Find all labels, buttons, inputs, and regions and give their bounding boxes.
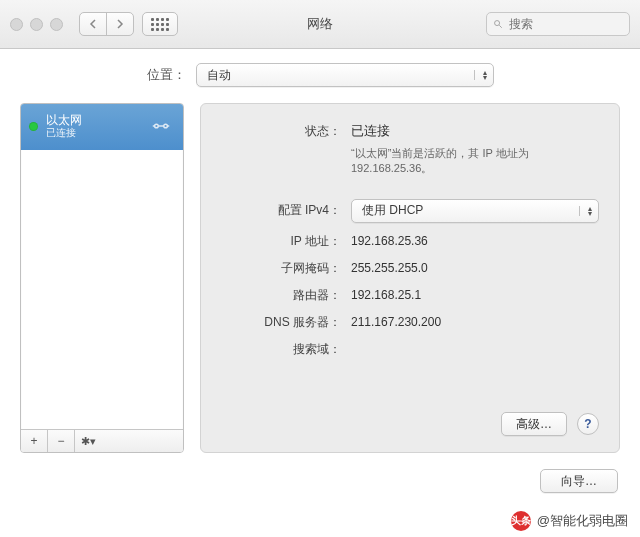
location-popup[interactable]: 自动 ▴▾ <box>196 63 494 87</box>
location-label: 位置： <box>147 66 186 84</box>
help-icon: ? <box>584 417 591 431</box>
window-controls <box>10 18 63 31</box>
location-row: 位置： 自动 ▴▾ <box>0 49 640 97</box>
ipv4-popup[interactable]: 使用 DHCP ▴▾ <box>351 199 599 223</box>
ip-row: IP 地址： 192.168.25.36 <box>221 233 599 250</box>
ipv4-value: 使用 DHCP <box>362 202 423 219</box>
updown-icon: ▴▾ <box>474 70 487 80</box>
search-input[interactable] <box>507 16 623 32</box>
close-button[interactable] <box>10 18 23 31</box>
dns-value: 211.167.230.200 <box>351 315 441 329</box>
ipv4-label: 配置 IPv4： <box>221 202 351 219</box>
gear-icon: ✱▾ <box>81 435 96 448</box>
title-bar: 网络 <box>0 0 640 49</box>
ipv4-row: 配置 IPv4： 使用 DHCP ▴▾ <box>221 199 599 223</box>
attribution-text: @智能化弱电圈 <box>537 512 628 530</box>
svg-point-3 <box>164 124 168 128</box>
detail-pane: 状态： 已连接 “以太网”当前是活跃的，其 IP 地址为 192.168.25.… <box>200 103 620 453</box>
interface-status: 已连接 <box>46 127 82 139</box>
attribution-logo: 头条 <box>511 511 531 531</box>
attribution: 头条 @智能化弱电圈 <box>511 511 628 531</box>
status-value: 已连接 <box>351 122 390 140</box>
location-value: 自动 <box>207 67 231 84</box>
svg-point-2 <box>155 124 159 128</box>
svg-point-0 <box>495 21 500 26</box>
advanced-row: 高级… ? <box>221 412 599 436</box>
back-button[interactable] <box>80 13 106 35</box>
svg-line-1 <box>499 25 502 28</box>
interfaces-list[interactable]: 以太网 已连接 <box>21 104 183 429</box>
search-icon <box>493 19 503 29</box>
remove-interface-button[interactable]: − <box>48 430 75 452</box>
updown-icon: ▴▾ <box>579 206 592 216</box>
mask-value: 255.255.255.0 <box>351 261 428 275</box>
forward-button[interactable] <box>106 13 133 35</box>
assist-button[interactable]: 向导… <box>540 469 618 493</box>
plus-icon: + <box>30 434 37 448</box>
minimize-button[interactable] <box>30 18 43 31</box>
status-dot-icon <box>29 122 38 131</box>
action-menu-button[interactable]: ✱▾ <box>75 430 101 452</box>
status-label: 状态： <box>221 123 351 140</box>
ip-value: 192.168.25.36 <box>351 234 428 248</box>
interfaces-sidebar: 以太网 已连接 + − ✱▾ <box>20 103 184 453</box>
ip-label: IP 地址： <box>221 233 351 250</box>
mask-label: 子网掩码： <box>221 260 351 277</box>
sidebar-item-ethernet[interactable]: 以太网 已连接 <box>21 104 183 150</box>
search-domains-row: 搜索域： <box>221 341 599 358</box>
interface-name: 以太网 <box>46 113 82 127</box>
show-all-button[interactable] <box>142 12 178 36</box>
add-interface-button[interactable]: + <box>21 430 48 452</box>
search-label: 搜索域： <box>221 341 351 358</box>
mask-row: 子网掩码： 255.255.255.0 <box>221 260 599 277</box>
content-area: 以太网 已连接 + − ✱▾ <box>0 97 640 457</box>
minus-icon: − <box>57 434 64 448</box>
sidebar-toolbar: + − ✱▾ <box>21 429 183 452</box>
status-row: 状态： 已连接 <box>221 122 599 140</box>
sidebar-item-text: 以太网 已连接 <box>46 113 82 139</box>
advanced-button[interactable]: 高级… <box>501 412 567 436</box>
ethernet-icon <box>147 112 175 140</box>
zoom-button[interactable] <box>50 18 63 31</box>
search-field-wrap[interactable] <box>486 12 630 36</box>
dns-label: DNS 服务器： <box>221 314 351 331</box>
dns-row: DNS 服务器： 211.167.230.200 <box>221 314 599 331</box>
router-label: 路由器： <box>221 287 351 304</box>
help-button[interactable]: ? <box>577 413 599 435</box>
footer: 向导… <box>0 457 640 493</box>
nav-group <box>79 12 134 36</box>
router-value: 192.168.25.1 <box>351 288 421 302</box>
status-note: “以太网”当前是活跃的，其 IP 地址为 192.168.25.36。 <box>351 146 599 177</box>
router-row: 路由器： 192.168.25.1 <box>221 287 599 304</box>
